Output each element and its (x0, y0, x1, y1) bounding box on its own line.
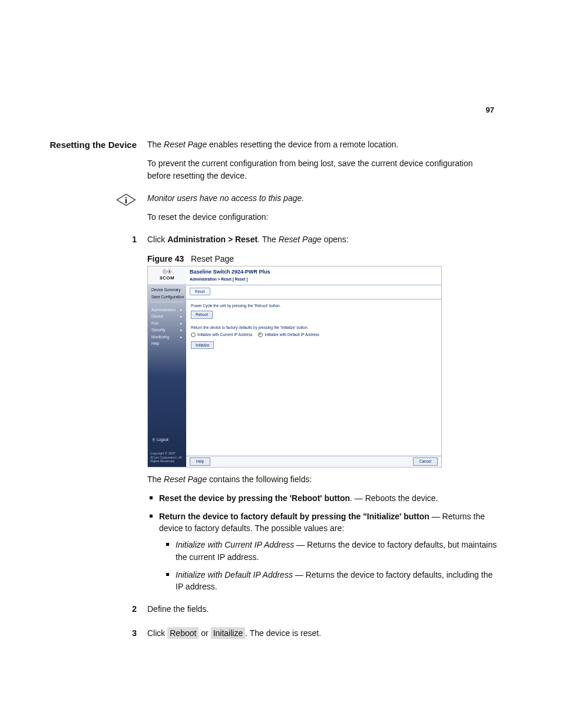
list-item: Initialize with Default IP Address — Ret… (159, 569, 497, 593)
sidebar-item-administration[interactable]: Administration▸ (150, 307, 184, 313)
fields-intro: The Reset Page contains the following fi… (147, 473, 497, 485)
text: opens: (322, 235, 349, 244)
copyright: Copyright © 2007 3Com Corporation. All R… (150, 452, 184, 463)
sidebar-item-label: Administration (151, 307, 176, 312)
radio-label: Initialize with Default IP Address (265, 332, 319, 337)
text: The (147, 475, 164, 484)
sidebar-item-save-configuration[interactable]: Save Configuration (150, 294, 184, 300)
intro-p1: The Reset Page enables resetting the dev… (147, 139, 497, 150)
text-italic: Reset Page (279, 235, 322, 244)
info-icon (115, 192, 137, 207)
sidebar-item-device[interactable]: Device▸ (150, 313, 184, 319)
screenshot-reset-page: ⦾⦿ 3COM Device Summary Save Configuratio… (147, 266, 442, 467)
text: Click (147, 628, 167, 638)
figure-label: Figure 43 (147, 254, 184, 263)
content: Resetting the Device The Reset Page enab… (35, 139, 497, 646)
radio-icon (258, 332, 263, 337)
radio-label: Initialize with Current IP Address (197, 332, 252, 337)
text-italic: Initialize with Current IP Address (176, 540, 294, 549)
page: 97 Resetting the Device The Reset Page e… (0, 0, 562, 728)
step-number: 1 (35, 233, 147, 598)
logo-glyph-icon: ⦾⦿ (163, 269, 171, 275)
list-item: Return the device to factory default by … (147, 510, 497, 593)
logout-link[interactable]: ⎘ Logout (153, 437, 168, 442)
sidebar-item-label: Device (151, 314, 163, 319)
sidebar-item-security[interactable]: Security▸ (150, 327, 184, 333)
sidebar-item-label: Help (151, 341, 159, 346)
text-italic: Reset Page (164, 140, 207, 149)
text-bold: Administration > Reset (167, 235, 257, 244)
sidebar-item-port[interactable]: Port▸ (150, 320, 184, 327)
step2-text: Define the fields. (147, 603, 497, 615)
fields-list: Reset the device by pressing the 'Reboot… (147, 492, 497, 592)
step-number: 3 (35, 627, 147, 646)
sidebar-item-label: Device Summary (151, 287, 180, 292)
chevron-right-icon: ▸ (180, 334, 183, 340)
logo-3com: ⦾⦿ 3COM (148, 266, 186, 284)
text: . — Reboots the device. (350, 493, 438, 503)
screenshot-main: Baseline Switch 2924-PWR Plus Administra… (186, 266, 441, 467)
reboot-button-label: Reboot (167, 627, 199, 639)
text: or (199, 628, 210, 638)
monitor-note: Monitor users have no access to this pag… (147, 192, 497, 204)
radio-icon (191, 332, 196, 337)
radio-current-ip[interactable]: Initialize with Current IP Address (191, 332, 252, 337)
intro-p2: To prevent the current configuration fro… (147, 157, 497, 182)
tab-reset[interactable]: Reset (190, 288, 210, 295)
reboot-instruction: Power Cycle the unit by pressing the 'Re… (191, 303, 437, 308)
chevron-right-icon: ▸ (180, 327, 183, 332)
figure-caption: Figure 43 Reset Page (147, 253, 497, 265)
help-button[interactable]: Help (190, 457, 210, 465)
initialize-button[interactable]: Initialize (191, 341, 214, 349)
svg-point-1 (125, 197, 127, 198)
step3-text: Click Reboot or Initailize. The device i… (147, 627, 497, 639)
text-italic: Reset Page (164, 475, 207, 484)
text: contains the following fields: (207, 475, 312, 484)
chevron-right-icon: ▸ (180, 307, 183, 312)
sidebar-item-label: Port (151, 321, 158, 326)
list-item: Reset the device by pressing the 'Reboot… (147, 492, 497, 504)
figure-title: Reset Page (191, 254, 234, 263)
breadcrumb: Administration > Reset [ Reset ] (190, 276, 438, 282)
page-number: 97 (486, 105, 494, 116)
step1-text: Click Administration > Reset. The Reset … (147, 233, 497, 245)
radio-default-ip[interactable]: Initialize with Default IP Address (258, 332, 319, 337)
initialize-instruction: Return the device to factory defaults by… (191, 325, 437, 330)
sidebar-item-label: Monitoring (151, 334, 169, 340)
svg-rect-2 (125, 199, 127, 203)
text-bold: Reset the device by pressing the 'Reboot… (159, 493, 350, 503)
sidebar-item-monitoring[interactable]: Monitoring▸ (150, 334, 184, 340)
sidebar-item-help[interactable]: Help (150, 340, 184, 347)
reboot-button[interactable]: Reboot (191, 311, 213, 318)
sidebar-item-label: Save Configuration (151, 294, 184, 299)
sub-list: Initialize with Current IP Address — Ret… (159, 539, 497, 592)
text: . The (257, 235, 279, 244)
chevron-right-icon: ▸ (180, 314, 183, 319)
sidebar-item-label: Security (151, 327, 165, 332)
initialize-button-label: Initailize (211, 627, 246, 639)
screenshot-sidebar: ⦾⦿ 3COM Device Summary Save Configuratio… (148, 266, 186, 467)
section-heading: Resetting the Device (49, 140, 137, 150)
text-italic: Initialize with Default IP Address (176, 570, 293, 579)
chevron-right-icon: ▸ (180, 321, 183, 326)
sidebar-item-device-summary[interactable]: Device Summary (150, 286, 184, 293)
list-item: Initialize with Current IP Address — Ret… (159, 539, 497, 563)
device-title: Baseline Switch 2924-PWR Plus (190, 268, 438, 276)
logout-label: Logout (157, 437, 168, 442)
text: . The device is reset. (245, 628, 321, 638)
logo-text: 3COM (160, 275, 174, 282)
step-number: 2 (35, 603, 147, 622)
intro-p3: To reset the device configuration: (147, 211, 497, 223)
text: Click (147, 235, 167, 244)
logout-icon: ⎘ (153, 437, 155, 442)
cancel-button[interactable]: Cancel (413, 457, 438, 465)
text-bold: Return the device to factory default by … (159, 512, 429, 521)
text: The (147, 140, 164, 149)
text: enables resetting the device from a remo… (207, 140, 398, 149)
